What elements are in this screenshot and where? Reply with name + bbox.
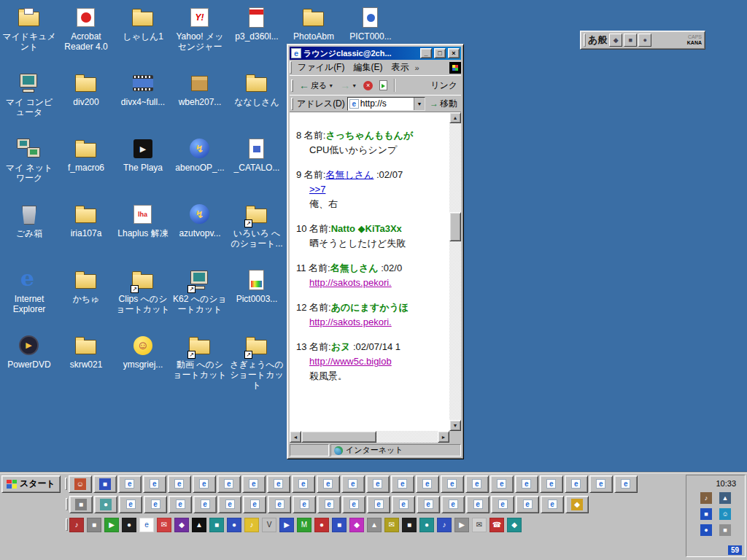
- taskbar-window-button[interactable]: e: [516, 496, 539, 513]
- vertical-scrollbar[interactable]: ▲ ▼: [449, 112, 461, 431]
- close-button[interactable]: ×: [448, 48, 460, 58]
- taskbar-window-button[interactable]: e: [168, 475, 191, 493]
- desktop-icon-p3-d360l[interactable]: p3_d360l...: [229, 6, 285, 42]
- maximize-button[interactable]: □: [434, 48, 446, 58]
- taskbar-window-button[interactable]: e: [118, 475, 142, 493]
- taskbar-window-button[interactable]: e: [565, 475, 588, 493]
- tray-icon[interactable]: ■: [700, 508, 712, 520]
- desktop-icon-acrobat-reader[interactable]: Acrobat Reader 4.0: [58, 6, 114, 52]
- taskbar-window-button[interactable]: e: [193, 475, 216, 493]
- desktop-icon-internet-explorer[interactable]: eInternet Explorer: [1, 268, 57, 314]
- quick-launch-icon[interactable]: ●: [122, 518, 136, 532]
- tray-icon[interactable]: ●: [700, 524, 712, 536]
- desktop-icon-pict0003[interactable]: Pict0003...: [229, 268, 285, 304]
- taskbar-window-button[interactable]: e: [143, 475, 166, 493]
- ime-toolbar[interactable]: あ般 ◆■● CAPS KANA: [580, 31, 705, 50]
- taskbar-window-button[interactable]: e: [541, 496, 564, 513]
- address-input[interactable]: e http://s ▼: [347, 97, 425, 111]
- taskbar-grip-2[interactable]: [66, 498, 68, 510]
- tray-icon[interactable]: ▲: [719, 492, 731, 504]
- taskbar-app-button[interactable]: ●: [94, 496, 117, 513]
- post-link[interactable]: http://www5c.biglob: [309, 356, 392, 367]
- quick-launch-icon[interactable]: ■: [332, 518, 347, 532]
- taskbar-window-button[interactable]: e: [416, 475, 439, 493]
- taskbar-window-button[interactable]: e: [242, 475, 266, 493]
- desktop-icon-azutvopv[interactable]: ↯azutvopv...: [172, 203, 228, 238]
- taskbar-app-button[interactable]: ■: [69, 496, 93, 513]
- desktop-icon-my-network[interactable]: マイ ネットワーク: [1, 137, 57, 183]
- post-link[interactable]: http://sakots.pekori.: [309, 316, 392, 327]
- taskbar-app-button[interactable]: ■: [93, 475, 117, 493]
- quick-launch-icon[interactable]: M: [297, 518, 311, 532]
- taskbar-window-button[interactable]: e: [217, 475, 241, 493]
- taskbar-window-button[interactable]: e: [366, 475, 390, 493]
- scroll-up-button[interactable]: ▲: [449, 112, 461, 123]
- taskbar-window-button[interactable]: e: [218, 496, 241, 513]
- taskbar-window-button[interactable]: e: [465, 475, 489, 493]
- quick-launch-icon[interactable]: ●: [314, 518, 329, 532]
- stop-button[interactable]: ×: [361, 79, 375, 92]
- desktop-icon-ymsgriej[interactable]: ☺ymsgriej...: [115, 334, 171, 370]
- taskbar-window-button[interactable]: e: [292, 475, 315, 493]
- vertical-scroll-track[interactable]: [449, 123, 461, 420]
- desktop-icon-iria107a[interactable]: iria107a: [58, 203, 114, 238]
- minimize-button[interactable]: _: [420, 48, 432, 58]
- taskbar-window-button[interactable]: e: [317, 496, 341, 513]
- desktop-icon-clips-shortcut[interactable]: ↗Clips へのショートカット: [115, 268, 171, 314]
- taskbar-window-button[interactable]: e: [268, 496, 291, 513]
- taskbar-app-button[interactable]: ◆: [565, 496, 589, 513]
- post-link[interactable]: http://sakots.pekori.: [309, 277, 392, 288]
- taskbar-window-button[interactable]: e: [441, 496, 465, 513]
- taskbar-window-button[interactable]: e: [341, 475, 365, 493]
- taskbar-app-button[interactable]: ☺: [69, 475, 92, 493]
- address-dropdown-button[interactable]: ▼: [414, 98, 425, 110]
- taskbar-window-button[interactable]: e: [391, 475, 414, 493]
- quick-launch-icon[interactable]: ✉: [384, 518, 399, 532]
- desktop-icon-wbeh207[interactable]: wbeh207...: [172, 71, 228, 107]
- quick-launch-icon[interactable]: ♪: [69, 518, 84, 532]
- desktop-icon-nanashisan[interactable]: ななしさん: [229, 71, 285, 107]
- taskbar-window-button[interactable]: e: [119, 496, 142, 513]
- scroll-down-button[interactable]: ▼: [449, 420, 461, 431]
- back-dropdown-icon[interactable]: ▼: [328, 83, 333, 88]
- taskbar-window-button[interactable]: e: [490, 475, 514, 493]
- quick-launch-icon[interactable]: ▶: [279, 518, 294, 532]
- quick-launch-icon[interactable]: ■: [87, 518, 101, 532]
- menu-file[interactable]: ファイル(F): [293, 60, 349, 75]
- quick-launch-icon[interactable]: ▶: [104, 518, 119, 532]
- ime-tool-button-1[interactable]: ◆: [609, 34, 622, 47]
- scroll-left-button[interactable]: ◄: [290, 431, 301, 443]
- taskbar-window-button[interactable]: e: [491, 496, 514, 513]
- taskbar-window-button[interactable]: e: [367, 496, 390, 513]
- refresh-button[interactable]: [377, 79, 390, 92]
- desktop-icon-divx4-full[interactable]: divx4~full...: [115, 71, 171, 107]
- quick-launch-icon[interactable]: ✉: [472, 518, 487, 532]
- go-button[interactable]: → 移動: [427, 97, 460, 111]
- addressbar-grip[interactable]: [291, 98, 293, 110]
- quick-launch-icon[interactable]: ◆: [174, 518, 189, 532]
- quick-launch-icon[interactable]: ●: [227, 518, 241, 532]
- ime-tool-button-2[interactable]: ■: [624, 34, 637, 47]
- window-titlebar[interactable]: e ラウンジclassic@2ch... _ □ ×: [290, 47, 461, 60]
- taskbar-window-button[interactable]: e: [417, 496, 440, 513]
- taskbar-window-button[interactable]: e: [466, 496, 489, 513]
- ime-grip-handle[interactable]: [584, 34, 586, 47]
- desktop-icon-my-documents[interactable]: マイドキュメント: [1, 6, 57, 52]
- quick-launch-icon[interactable]: ■: [402, 518, 417, 532]
- desktop-icon-recycle-bin[interactable]: ごみ箱: [1, 203, 57, 238]
- desktop-icon-f-macro6[interactable]: f_macro6: [58, 137, 114, 173]
- horizontal-scroll-track[interactable]: [301, 431, 438, 443]
- taskbar-window-button[interactable]: e: [169, 496, 192, 513]
- taskbar-window-button[interactable]: e: [193, 496, 217, 513]
- quick-launch-icon[interactable]: ▲: [192, 518, 206, 532]
- desktop-icon-iroiro-shortcut[interactable]: ↗いろいろ へのショート...: [229, 203, 285, 249]
- menubar-grip[interactable]: [290, 61, 292, 74]
- taskbar-window-button[interactable]: e: [614, 475, 638, 493]
- back-button[interactable]: ← 戻る ▼: [297, 79, 336, 93]
- desktop-icon-div200[interactable]: div200: [58, 71, 114, 107]
- tray-icon[interactable]: ■: [719, 524, 731, 536]
- horizontal-scroll-thumb[interactable]: [301, 431, 376, 443]
- forward-dropdown-icon[interactable]: ▼: [352, 83, 357, 88]
- desktop-icon-shashin1[interactable]: しゃしん1: [115, 6, 171, 42]
- desktop-icon-lhaplus[interactable]: lhaLhaplus 解凍: [115, 203, 171, 238]
